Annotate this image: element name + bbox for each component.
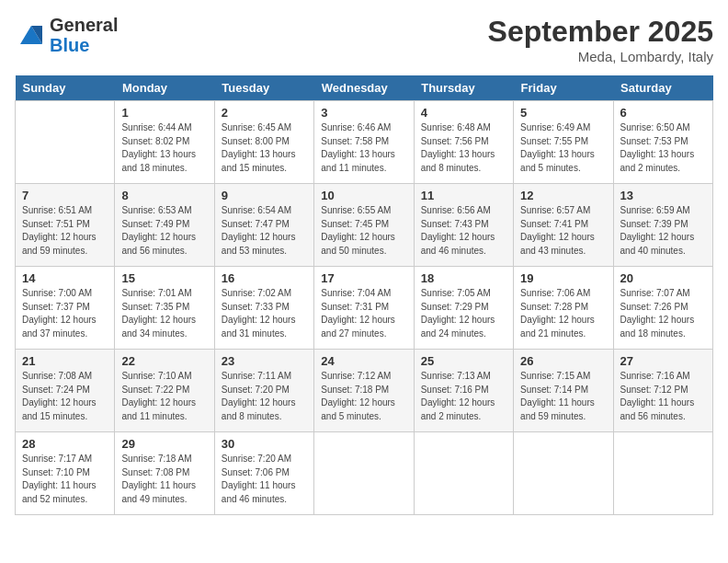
col-header-tuesday: Tuesday <box>214 75 313 101</box>
cell-info: Sunrise: 7:17 AMSunset: 7:10 PMDaylight:… <box>22 453 108 506</box>
day-number: 9 <box>222 189 307 202</box>
cell-info: Sunrise: 7:02 AMSunset: 7:33 PMDaylight:… <box>222 287 307 340</box>
calendar-cell: 7Sunrise: 6:51 AMSunset: 7:51 PMDaylight… <box>16 184 115 267</box>
calendar-cell: 22Sunrise: 7:10 AMSunset: 7:22 PMDayligh… <box>115 350 214 432</box>
cell-info: Sunrise: 6:53 AMSunset: 7:49 PMDaylight:… <box>121 204 207 258</box>
cell-info: Sunrise: 6:44 AMSunset: 8:02 PMDaylight:… <box>121 121 207 175</box>
day-number: 14 <box>22 271 108 285</box>
cell-info: Sunrise: 6:50 AMSunset: 7:53 PMDaylight:… <box>620 121 706 175</box>
calendar-cell: 13Sunrise: 6:59 AMSunset: 7:39 PMDayligh… <box>613 184 712 267</box>
cell-info: Sunrise: 7:15 AMSunset: 7:14 PMDaylight:… <box>520 370 606 423</box>
calendar-cell: 9Sunrise: 6:54 AMSunset: 7:47 PMDaylight… <box>214 184 313 267</box>
day-number: 1 <box>121 106 207 120</box>
calendar-week-2: 14Sunrise: 7:00 AMSunset: 7:37 PMDayligh… <box>16 267 713 350</box>
month-title: September 2025 <box>488 15 713 49</box>
calendar-cell: 4Sunrise: 6:48 AMSunset: 7:56 PMDaylight… <box>414 101 513 184</box>
cell-info: Sunrise: 7:05 AMSunset: 7:29 PMDaylight:… <box>421 287 506 340</box>
calendar-cell: 10Sunrise: 6:55 AMSunset: 7:45 PMDayligh… <box>314 184 414 267</box>
calendar-cell: 16Sunrise: 7:02 AMSunset: 7:33 PMDayligh… <box>214 267 313 350</box>
calendar-table: SundayMondayTuesdayWednesdayThursdayFrid… <box>15 75 713 515</box>
page-header: General Blue September 2025 Meda, Lombar… <box>15 15 713 64</box>
cell-info: Sunrise: 6:57 AMSunset: 7:41 PMDaylight:… <box>520 204 606 258</box>
day-number: 24 <box>321 354 406 368</box>
calendar-cell: 6Sunrise: 6:50 AMSunset: 7:53 PMDaylight… <box>613 101 712 184</box>
calendar-cell: 8Sunrise: 6:53 AMSunset: 7:49 PMDaylight… <box>115 184 214 267</box>
cell-info: Sunrise: 7:10 AMSunset: 7:22 PMDaylight:… <box>121 370 207 423</box>
day-number: 6 <box>620 106 706 120</box>
col-header-monday: Monday <box>115 75 214 101</box>
day-number: 23 <box>222 354 307 368</box>
day-number: 28 <box>22 437 108 451</box>
day-number: 2 <box>222 106 307 120</box>
cell-info: Sunrise: 7:01 AMSunset: 7:35 PMDaylight:… <box>121 287 207 340</box>
cell-info: Sunrise: 6:51 AMSunset: 7:51 PMDaylight:… <box>22 204 108 258</box>
calendar-cell: 27Sunrise: 7:16 AMSunset: 7:12 PMDayligh… <box>613 350 712 432</box>
cell-info: Sunrise: 6:55 AMSunset: 7:45 PMDaylight:… <box>321 204 406 258</box>
day-number: 3 <box>321 106 406 120</box>
location: Meda, Lombardy, Italy <box>488 49 713 64</box>
calendar-week-4: 28Sunrise: 7:17 AMSunset: 7:10 PMDayligh… <box>16 432 713 515</box>
day-number: 25 <box>421 354 506 368</box>
cell-info: Sunrise: 7:07 AMSunset: 7:26 PMDaylight:… <box>620 287 706 340</box>
day-number: 4 <box>421 106 506 120</box>
logo-icon <box>15 18 48 52</box>
calendar-cell: 25Sunrise: 7:13 AMSunset: 7:16 PMDayligh… <box>414 350 513 432</box>
calendar-cell: 24Sunrise: 7:12 AMSunset: 7:18 PMDayligh… <box>314 350 414 432</box>
day-number: 27 <box>620 354 706 368</box>
cell-info: Sunrise: 7:18 AMSunset: 7:08 PMDaylight:… <box>121 453 207 506</box>
cell-info: Sunrise: 6:54 AMSunset: 7:47 PMDaylight:… <box>222 204 307 258</box>
calendar-cell: 17Sunrise: 7:04 AMSunset: 7:31 PMDayligh… <box>314 267 414 350</box>
day-number: 26 <box>520 354 606 368</box>
calendar-week-0: 1Sunrise: 6:44 AMSunset: 8:02 PMDaylight… <box>16 101 713 184</box>
cell-info: Sunrise: 6:49 AMSunset: 7:55 PMDaylight:… <box>520 121 606 175</box>
month-info: September 2025 Meda, Lombardy, Italy <box>488 15 713 64</box>
day-number: 15 <box>121 271 207 285</box>
cell-info: Sunrise: 7:04 AMSunset: 7:31 PMDaylight:… <box>321 287 406 340</box>
day-number: 17 <box>321 271 406 285</box>
calendar-cell: 5Sunrise: 6:49 AMSunset: 7:55 PMDaylight… <box>514 101 613 184</box>
calendar-cell: 1Sunrise: 6:44 AMSunset: 8:02 PMDaylight… <box>115 101 214 184</box>
cell-info: Sunrise: 7:11 AMSunset: 7:20 PMDaylight:… <box>222 370 307 423</box>
day-number: 22 <box>121 354 207 368</box>
calendar-cell: 15Sunrise: 7:01 AMSunset: 7:35 PMDayligh… <box>115 267 214 350</box>
calendar-cell <box>314 432 414 515</box>
cell-info: Sunrise: 7:13 AMSunset: 7:16 PMDaylight:… <box>421 370 506 423</box>
calendar-cell: 26Sunrise: 7:15 AMSunset: 7:14 PMDayligh… <box>514 350 613 432</box>
cell-info: Sunrise: 7:20 AMSunset: 7:06 PMDaylight:… <box>222 453 307 506</box>
calendar-week-1: 7Sunrise: 6:51 AMSunset: 7:51 PMDaylight… <box>16 184 713 267</box>
day-number: 12 <box>520 189 606 202</box>
col-header-friday: Friday <box>514 75 613 101</box>
col-header-sunday: Sunday <box>16 75 115 101</box>
day-number: 11 <box>421 189 506 202</box>
calendar-cell: 18Sunrise: 7:05 AMSunset: 7:29 PMDayligh… <box>414 267 513 350</box>
calendar-cell: 3Sunrise: 6:46 AMSunset: 7:58 PMDaylight… <box>314 101 414 184</box>
cell-info: Sunrise: 7:06 AMSunset: 7:28 PMDaylight:… <box>520 287 606 340</box>
logo: General Blue <box>15 15 118 55</box>
day-number: 29 <box>121 437 207 451</box>
cell-info: Sunrise: 6:56 AMSunset: 7:43 PMDaylight:… <box>421 204 506 258</box>
col-header-saturday: Saturday <box>613 75 712 101</box>
day-number: 5 <box>520 106 606 120</box>
calendar-cell: 19Sunrise: 7:06 AMSunset: 7:28 PMDayligh… <box>514 267 613 350</box>
cell-info: Sunrise: 6:48 AMSunset: 7:56 PMDaylight:… <box>421 121 506 175</box>
calendar-cell: 28Sunrise: 7:17 AMSunset: 7:10 PMDayligh… <box>16 432 115 515</box>
cell-info: Sunrise: 7:00 AMSunset: 7:37 PMDaylight:… <box>22 287 108 340</box>
calendar-cell <box>16 101 115 184</box>
calendar-cell: 11Sunrise: 6:56 AMSunset: 7:43 PMDayligh… <box>414 184 513 267</box>
cell-info: Sunrise: 7:16 AMSunset: 7:12 PMDaylight:… <box>620 370 706 423</box>
day-number: 8 <box>121 189 207 202</box>
day-number: 16 <box>222 271 307 285</box>
day-number: 18 <box>421 271 506 285</box>
cell-info: Sunrise: 6:59 AMSunset: 7:39 PMDaylight:… <box>620 204 706 258</box>
cell-info: Sunrise: 6:45 AMSunset: 8:00 PMDaylight:… <box>222 121 307 175</box>
cell-info: Sunrise: 7:08 AMSunset: 7:24 PMDaylight:… <box>22 370 108 423</box>
day-number: 21 <box>22 354 108 368</box>
calendar-cell: 23Sunrise: 7:11 AMSunset: 7:20 PMDayligh… <box>214 350 313 432</box>
col-header-thursday: Thursday <box>414 75 513 101</box>
calendar-cell: 12Sunrise: 6:57 AMSunset: 7:41 PMDayligh… <box>514 184 613 267</box>
calendar-cell <box>613 432 712 515</box>
logo-text-general: General <box>50 15 118 35</box>
day-number: 20 <box>620 271 706 285</box>
calendar-cell: 21Sunrise: 7:08 AMSunset: 7:24 PMDayligh… <box>16 350 115 432</box>
calendar-cell <box>414 432 513 515</box>
